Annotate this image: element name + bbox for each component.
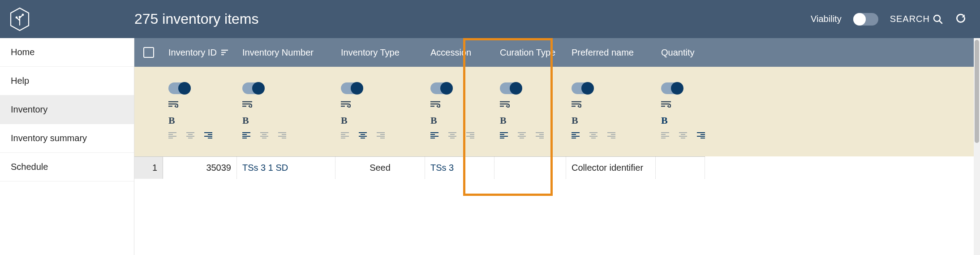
svg-line-4 — [939, 21, 942, 23]
text-wrap-icon — [430, 100, 440, 108]
align-icon — [260, 132, 269, 139]
align-icon — [661, 132, 670, 139]
sidebar-item-inventory-summary[interactable]: Inventory summary — [0, 124, 134, 153]
column-header-inventory-id[interactable]: Inventory ID — [163, 38, 237, 67]
align-left-button[interactable] — [430, 132, 439, 141]
column-visible-toggle[interactable] — [242, 82, 264, 94]
sidebar-item-schedule[interactable]: Schedule — [0, 153, 134, 182]
sort-icon — [221, 49, 230, 56]
column-header-accession[interactable]: Accession — [425, 38, 494, 67]
align-icon — [466, 132, 475, 139]
text-wrap-button[interactable] — [341, 100, 420, 109]
column-visible-toggle[interactable] — [572, 82, 593, 94]
align-right-button[interactable] — [278, 132, 287, 141]
text-wrap-button[interactable] — [168, 100, 232, 109]
column-header-curation-type[interactable]: Curation Type — [494, 38, 566, 67]
svg-point-0 — [16, 16, 18, 18]
align-right-button[interactable] — [697, 132, 706, 141]
page-title: 275 inventory items — [134, 11, 811, 27]
text-wrap-button[interactable] — [242, 100, 330, 109]
align-center-button[interactable] — [359, 132, 368, 141]
vertical-scrollbar[interactable] — [974, 38, 980, 255]
cell-quantity[interactable] — [656, 156, 705, 179]
table-row: 1 35039 TSs 3 1 SD Seed TSs 3 Collector … — [134, 156, 974, 179]
column-header-quantity[interactable]: Quantity — [656, 38, 705, 67]
align-left-button[interactable] — [242, 132, 251, 141]
bold-button[interactable]: B — [430, 116, 489, 125]
align-right-button[interactable] — [377, 132, 386, 141]
refresh-button[interactable] — [955, 13, 967, 26]
align-right-button[interactable] — [204, 132, 213, 141]
cell-inventory-type[interactable]: Seed — [335, 156, 425, 179]
column-visible-toggle[interactable] — [341, 82, 362, 94]
sidebar-item-home[interactable]: Home — [0, 38, 134, 67]
column-header-inventory-number[interactable]: Inventory Number — [237, 38, 335, 67]
app-logo-icon — [9, 7, 30, 31]
format-cell-inventory-type: B — [335, 67, 425, 156]
align-icon — [607, 132, 616, 139]
column-header-label: Inventory ID — [168, 48, 217, 58]
align-group — [572, 132, 650, 141]
text-wrap-icon — [242, 100, 252, 108]
viability-label: Viability — [811, 14, 842, 24]
text-wrap-button[interactable] — [430, 100, 489, 109]
column-header-preferred-name[interactable]: Preferred name — [566, 38, 656, 67]
sidebar-item-help[interactable]: Help — [0, 67, 134, 95]
bold-button[interactable]: B — [500, 116, 561, 125]
align-left-button[interactable] — [168, 132, 177, 141]
sidebar-item-label: Inventory summary — [11, 133, 87, 143]
bold-button[interactable]: B — [661, 116, 700, 125]
search-button-label: SEARCH — [890, 14, 930, 24]
align-left-button[interactable] — [572, 132, 580, 141]
column-visible-toggle[interactable] — [500, 82, 521, 94]
align-right-button[interactable] — [466, 132, 475, 141]
align-center-button[interactable] — [679, 132, 688, 141]
align-group — [168, 132, 232, 141]
column-visible-toggle[interactable] — [168, 82, 190, 94]
column-format-row: B B B B B B B — [134, 67, 974, 156]
align-group — [341, 132, 420, 141]
cell-curation-type[interactable] — [494, 156, 566, 179]
sidebar-item-label: Inventory — [11, 104, 47, 114]
column-visible-toggle[interactable] — [661, 82, 683, 94]
align-icon — [168, 132, 177, 139]
column-visible-toggle[interactable] — [430, 82, 452, 94]
select-all-checkbox[interactable] — [134, 38, 163, 67]
viability-toggle[interactable] — [853, 13, 878, 26]
search-button[interactable]: SEARCH — [890, 14, 943, 25]
cell-value: Seed — [370, 163, 391, 173]
align-center-button[interactable] — [589, 132, 598, 141]
text-wrap-button[interactable] — [500, 100, 561, 109]
text-wrap-button[interactable] — [572, 100, 650, 109]
column-header-label: Inventory Number — [242, 48, 314, 58]
bold-button[interactable]: B — [242, 116, 330, 125]
svg-point-1 — [22, 13, 24, 16]
align-icon — [536, 132, 545, 139]
text-wrap-icon — [500, 100, 510, 108]
align-center-button[interactable] — [518, 132, 527, 141]
bold-button[interactable]: B — [341, 116, 420, 125]
cell-inventory-number[interactable]: TSs 3 1 SD — [237, 156, 335, 179]
align-center-button[interactable] — [448, 132, 457, 141]
scrollbar-thumb[interactable] — [975, 40, 979, 143]
sidebar-item-label: Schedule — [11, 162, 48, 172]
align-center-button[interactable] — [186, 132, 195, 141]
cell-preferred-name[interactable]: Collector identifier — [566, 156, 656, 179]
sidebar-item-inventory[interactable]: Inventory — [0, 95, 134, 124]
text-wrap-button[interactable] — [661, 100, 700, 109]
align-left-button[interactable] — [661, 132, 670, 141]
align-right-button[interactable] — [607, 132, 616, 141]
align-center-button[interactable] — [260, 132, 269, 141]
align-left-button[interactable] — [500, 132, 509, 141]
align-icon — [518, 132, 527, 139]
align-icon — [448, 132, 457, 139]
align-right-button[interactable] — [536, 132, 545, 141]
bold-button[interactable]: B — [168, 116, 232, 125]
bold-button[interactable]: B — [572, 116, 650, 125]
cell-value: TSs 3 — [430, 163, 454, 173]
align-left-button[interactable] — [341, 132, 350, 141]
column-header-inventory-type[interactable]: Inventory Type — [335, 38, 425, 67]
cell-inventory-id[interactable]: 35039 — [163, 156, 237, 179]
cell-accession[interactable]: TSs 3 — [425, 156, 494, 179]
sidebar: Home Help Inventory Inventory summary Sc… — [0, 38, 134, 255]
